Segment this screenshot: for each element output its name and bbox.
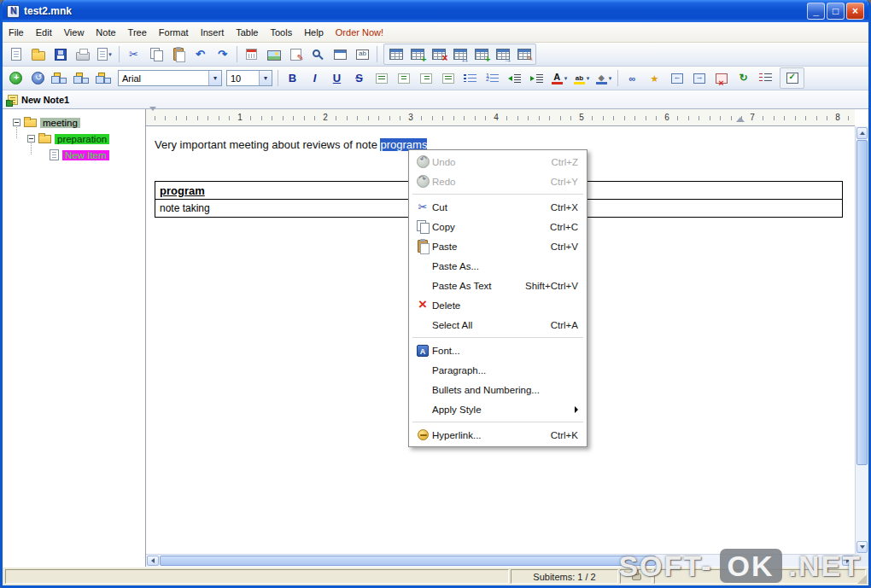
- maximize-button[interactable]: □: [827, 3, 845, 20]
- strikethrough-button[interactable]: [348, 68, 370, 88]
- tree-item-meeting[interactable]: meeting: [3, 114, 145, 131]
- context-menu-item-paste-as-text[interactable]: Paste As Text Shift+Ctrl+V: [411, 276, 585, 295]
- new-child-note-button[interactable]: [644, 68, 665, 88]
- merge-cells-button[interactable]: [492, 44, 513, 64]
- context-menu-item-paste-as[interactable]: Paste As...: [411, 256, 585, 276]
- fill-dropdown-arrow-icon[interactable]: [609, 75, 612, 82]
- export-button[interactable]: [94, 44, 115, 64]
- scroll-left-button[interactable]: [147, 556, 159, 566]
- tree-item-label[interactable]: meeting: [40, 118, 80, 128]
- italic-button[interactable]: [304, 68, 325, 88]
- insert-link-button[interactable]: [622, 68, 643, 88]
- fill-color-button[interactable]: [593, 68, 614, 88]
- insert-column-button[interactable]: [471, 44, 492, 64]
- show-panels-button[interactable]: [330, 44, 351, 64]
- menu-edit[interactable]: Edit: [30, 25, 58, 40]
- tree-item-new-item[interactable]: New Item: [3, 147, 145, 163]
- save-button[interactable]: [50, 44, 71, 64]
- font-color-dropdown-arrow-icon[interactable]: [564, 75, 568, 82]
- delete-note-button[interactable]: [710, 68, 732, 88]
- insert-field-button[interactable]: [352, 44, 373, 64]
- move-node-right-button[interactable]: [688, 68, 710, 88]
- font-color-button[interactable]: [548, 68, 570, 88]
- context-menu-item-hyperlink[interactable]: Hyperlink... Ctrl+K: [411, 425, 585, 445]
- split-cells-button[interactable]: [449, 44, 471, 64]
- menu-table[interactable]: Table: [230, 25, 264, 40]
- menu-file[interactable]: File: [3, 25, 30, 40]
- bullets-button[interactable]: [459, 68, 481, 88]
- refresh-button[interactable]: [733, 68, 754, 88]
- indent-marker[interactable]: [149, 111, 157, 126]
- table-properties-button[interactable]: [513, 44, 535, 64]
- insert-picture-button[interactable]: [263, 44, 284, 64]
- open-button[interactable]: [27, 44, 49, 64]
- checklist-button[interactable]: [781, 68, 803, 88]
- tree-layout-3-button[interactable]: [94, 68, 115, 88]
- indent-button[interactable]: [526, 68, 547, 88]
- insert-table-button[interactable]: [385, 44, 406, 64]
- collapse-expander-icon[interactable]: [13, 119, 20, 126]
- menu-note[interactable]: Note: [90, 25, 121, 40]
- context-menu-item-paste[interactable]: Paste Ctrl+V: [411, 236, 585, 256]
- find-button[interactable]: [307, 44, 329, 64]
- paste-button[interactable]: [167, 44, 189, 64]
- close-button[interactable]: ×: [846, 3, 864, 20]
- align-justify-button[interactable]: [437, 68, 459, 88]
- menu-view[interactable]: View: [58, 25, 91, 40]
- menu-format[interactable]: Format: [153, 25, 195, 40]
- align-center-button[interactable]: [393, 68, 414, 88]
- context-menu-item-cut[interactable]: Cut Ctrl+X: [411, 197, 585, 217]
- menu-help[interactable]: Help: [298, 25, 330, 40]
- collapse-expander-icon[interactable]: [27, 135, 35, 143]
- context-menu-item-paragraph[interactable]: Paragraph...: [411, 360, 585, 380]
- context-menu-item-apply-style[interactable]: Apply Style: [411, 399, 585, 419]
- insert-row-button[interactable]: [406, 44, 428, 64]
- highlight-dropdown-arrow-icon[interactable]: [587, 75, 590, 82]
- context-menu-item-delete[interactable]: Delete: [411, 295, 585, 315]
- cut-button[interactable]: [123, 44, 144, 64]
- align-right-button[interactable]: [415, 68, 436, 88]
- horizontal-scroll-thumb[interactable]: [160, 556, 656, 566]
- export-dropdown-arrow-icon[interactable]: [108, 51, 112, 58]
- delete-row-button[interactable]: [428, 44, 449, 64]
- align-left-button[interactable]: [371, 68, 392, 88]
- underline-button[interactable]: [326, 68, 348, 88]
- numbering-button[interactable]: [482, 68, 503, 88]
- new-button[interactable]: [5, 44, 26, 64]
- tree-item-preparation[interactable]: preparation: [3, 131, 145, 147]
- menu-tree[interactable]: Tree: [122, 25, 153, 40]
- menu-tools[interactable]: Tools: [264, 25, 298, 40]
- styles-list-button[interactable]: [755, 68, 776, 88]
- scroll-up-button[interactable]: [856, 127, 868, 139]
- move-node-left-button[interactable]: [666, 68, 687, 88]
- print-button[interactable]: [72, 44, 93, 64]
- dropdown-arrow-icon[interactable]: [208, 71, 221, 85]
- insert-object-button[interactable]: [285, 44, 307, 64]
- context-menu-item-font[interactable]: Font...: [411, 341, 585, 360]
- context-menu-item-copy[interactable]: Copy Ctrl+C: [411, 217, 585, 236]
- note-tab-label[interactable]: New Note1: [21, 95, 69, 105]
- right-indent-marker[interactable]: [736, 117, 745, 122]
- vertical-scroll-thumb[interactable]: [856, 140, 868, 465]
- vertical-scrollbar[interactable]: [855, 126, 868, 554]
- menu-order-now[interactable]: Order Now!: [330, 25, 389, 40]
- insert-date-button[interactable]: [241, 44, 262, 64]
- tree-layout-1-button[interactable]: [50, 68, 71, 88]
- navigate-back-button[interactable]: [27, 68, 49, 88]
- font-size-select[interactable]: 10: [226, 70, 272, 86]
- minimize-button[interactable]: _: [807, 3, 825, 20]
- copy-button[interactable]: [145, 44, 167, 64]
- tree-item-label[interactable]: preparation: [55, 134, 109, 144]
- tree-item-label[interactable]: New Item: [62, 150, 109, 160]
- dropdown-arrow-icon[interactable]: [259, 71, 272, 85]
- outdent-button[interactable]: [504, 68, 525, 88]
- context-menu-item-select-all[interactable]: Select All Ctrl+A: [411, 315, 585, 335]
- font-name-select[interactable]: Arial: [118, 70, 222, 86]
- bold-button[interactable]: [282, 68, 303, 88]
- new-note-button[interactable]: [5, 68, 26, 88]
- menu-insert[interactable]: Insert: [195, 25, 231, 40]
- tree-layout-2-button[interactable]: [72, 68, 93, 88]
- redo-button[interactable]: [212, 44, 233, 64]
- context-menu-item-bullets-numbering[interactable]: Bullets and Numbering...: [411, 380, 585, 399]
- highlight-button[interactable]: [570, 68, 592, 88]
